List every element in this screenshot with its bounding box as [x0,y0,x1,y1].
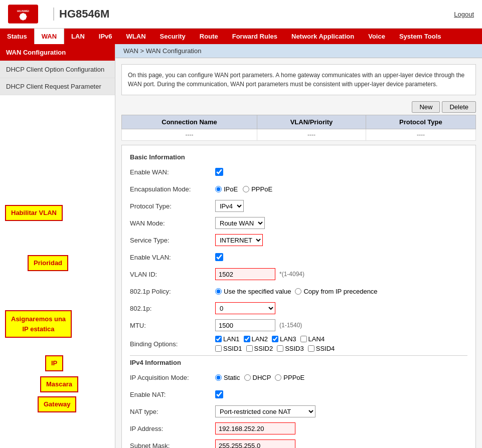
nav-system-tools[interactable]: System Tools [392,29,448,44]
logout-button[interactable]: Logout [454,11,474,18]
vlan-id-input[interactable] [215,268,275,280]
ipv4-info-title: IPv4 Information [130,359,467,366]
encapsulation-label: Encapsulation Mode: [130,185,215,193]
new-button[interactable]: New [412,101,440,113]
lan4-checkbox[interactable] [300,336,307,342]
sidebar-dhcp-option[interactable]: DHCP Client Option Configuration [0,61,115,78]
vlan-id-row: VLAN ID: *(1-4094) [130,267,467,281]
nav-route[interactable]: Route [193,29,225,44]
policy-row: 802.1p Policy: Use the specified value C… [130,284,467,298]
binding-row: Binding Options: LAN1 LAN2 LAN3 LAN4 [130,335,467,352]
ssid3-binding[interactable]: SSID3 [277,345,304,352]
ipoE-radio[interactable] [215,186,222,192]
lan4-binding[interactable]: LAN4 [300,335,325,343]
annotation-ip: IP [45,355,63,371]
annotation-prioridad: Prioridad [28,255,68,271]
vlan-id-control: *(1-4094) [215,268,467,280]
mtu-hint: (1-1540) [279,322,302,329]
subnet-row: Subnet Mask: [130,438,467,448]
basic-info-title: Basic Information [130,153,467,161]
pppoe-acq-radio-label[interactable]: PPPoE [275,374,304,381]
dot1p-select[interactable]: 0 [215,302,275,314]
sidebar-dhcp-request[interactable]: DHCP Client Request Parameter [0,78,115,95]
wan-table: Connection Name VLAN/Priority Protocol T… [121,115,476,141]
ip-address-row: IP Address: [130,421,467,435]
nav-network-app[interactable]: Network Application [284,29,361,44]
lan1-checkbox[interactable] [215,336,222,342]
nav-status[interactable]: Status [0,29,34,44]
nat-type-select[interactable]: Port-restricted cone NAT [215,405,315,417]
ssid4-checkbox[interactable] [308,345,314,352]
wan-mode-label: WAN Mode: [130,219,215,227]
nav-wan[interactable]: WAN [34,29,64,44]
dhcp-radio[interactable] [244,374,251,381]
subnet-input[interactable] [215,439,295,448]
col-vlan-priority: VLAN/Priority [257,115,366,129]
ssid1-checkbox[interactable] [215,345,222,352]
sidebar-wan-config[interactable]: WAN Configuration [0,44,115,61]
ssid3-checkbox[interactable] [277,345,283,352]
wan-mode-control: Route WAN [215,217,467,229]
policy-copy-radio[interactable] [295,288,301,295]
enable-nat-row: Enable NAT: [130,387,467,401]
enable-nat-checkbox[interactable] [215,390,223,398]
lan2-checkbox[interactable] [244,336,250,342]
static-radio-label[interactable]: Static [215,374,240,381]
huawei-logo: HUAWEI [8,4,38,24]
content-area: WAN > WAN Configuration On this page, yo… [115,44,482,448]
lan-binding-line: LAN1 LAN2 LAN3 LAN4 [215,335,335,343]
dot1p-row: 802.1p: 0 [130,301,467,315]
protocol-type-select[interactable]: IPv4 [215,200,244,212]
binding-label: Binding Options: [130,340,215,348]
nat-type-control: Port-restricted cone NAT [215,405,467,417]
enable-nat-control [215,390,467,398]
col-protocol-type: Protocol Type [366,115,475,129]
annotation-habilitar-vlan: Habilitar VLAN [5,205,63,221]
policy-specified-label[interactable]: Use the specified value [215,288,291,295]
toolbar: New Delete [121,101,476,113]
enable-vlan-checkbox[interactable] [215,253,223,261]
policy-label: 802.1p Policy: [130,288,215,295]
cell-connection: ---- [122,129,257,141]
nav-wlan[interactable]: WLAN [119,29,153,44]
ssid4-binding[interactable]: SSID4 [308,345,335,352]
nav-forward-rules[interactable]: Forward Rules [225,29,284,44]
service-type-label: Service Type: [130,237,215,244]
main-nav: Status WAN LAN IPv6 WLAN Security Route … [0,29,482,44]
pppoe-acq-radio[interactable] [275,374,281,381]
policy-copy-label[interactable]: Copy from IP precedence [295,288,377,295]
cell-vlan: ---- [257,129,366,141]
static-radio[interactable] [215,374,222,381]
ssid1-binding[interactable]: SSID1 [215,345,242,352]
enable-wan-checkbox[interactable] [215,168,223,176]
lan1-binding[interactable]: LAN1 [215,335,240,343]
protocol-type-control: IPv4 [215,200,467,212]
service-type-row: Service Type: INTERNET [130,233,467,247]
mtu-input[interactable] [215,319,275,331]
delete-button[interactable]: Delete [442,101,476,113]
nav-ipv6[interactable]: IPv6 [92,29,119,44]
encapsulation-row: Encapsulation Mode: IPoE PPPoE [130,182,467,196]
dot1p-control: 0 [215,302,467,314]
lan3-checkbox[interactable] [272,336,278,342]
ip-address-label: IP Address: [130,425,215,432]
nav-voice[interactable]: Voice [361,29,392,44]
logo-area: HUAWEI [8,4,38,24]
lan3-binding[interactable]: LAN3 [272,335,296,343]
svg-text:HUAWEI: HUAWEI [17,10,29,13]
policy-specified-radio[interactable] [215,288,222,295]
ipoE-radio-label[interactable]: IPoE [215,185,238,193]
service-type-select[interactable]: INTERNET [215,234,263,246]
ip-address-input[interactable] [215,422,295,434]
nav-security[interactable]: Security [153,29,193,44]
annotation-gateway: Gateway [38,396,76,412]
nav-lan[interactable]: LAN [64,29,92,44]
wan-mode-select[interactable]: Route WAN [215,217,265,229]
pppoe-radio-label[interactable]: PPPoE [243,185,272,193]
pppoe-radio[interactable] [243,186,249,192]
ssid2-checkbox[interactable] [246,345,253,352]
binding-control: LAN1 LAN2 LAN3 LAN4 SSID1 SSID2 SSID3 SS [215,335,467,352]
ssid2-binding[interactable]: SSID2 [246,345,273,352]
lan2-binding[interactable]: LAN2 [244,335,268,343]
dhcp-radio-label[interactable]: DHCP [244,374,271,381]
